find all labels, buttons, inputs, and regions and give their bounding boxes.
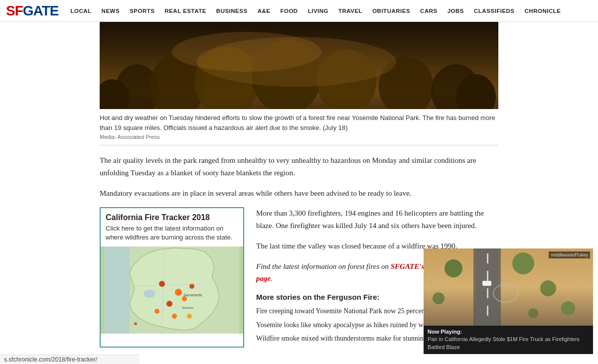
svg-point-40 (528, 308, 538, 318)
para5-suffix: . (271, 274, 273, 282)
video-source-badge: middleeasiofTukey (549, 251, 590, 258)
video-widget[interactable]: middleeasiofTukey Now Playing: Pair in C… (424, 248, 593, 354)
svg-point-39 (561, 301, 575, 315)
video-caption-bar: Now Playing: Pair in California Allegedl… (424, 326, 593, 354)
nav-travel[interactable]: TRAVEL (333, 0, 367, 22)
svg-point-38 (433, 292, 445, 304)
svg-text:Stockton: Stockton (182, 306, 193, 309)
svg-point-22 (189, 284, 194, 289)
site-logo[interactable]: SFGATE (6, 3, 58, 19)
para5-prefix: Find the latest information on forest fi… (256, 262, 391, 270)
nav-local[interactable]: LOCAL (65, 0, 96, 22)
nav-food[interactable]: FOOD (275, 0, 302, 22)
svg-point-35 (445, 259, 462, 277)
fire-tracker-widget[interactable]: California Fire Tracker 2018 Click here … (100, 207, 244, 348)
article-bullet-list (100, 356, 498, 364)
nav-cars[interactable]: CARS (415, 0, 443, 22)
browser-status-bar: s.sfchronicle.com/2018/fire-tracker/ (0, 355, 140, 364)
svg-point-18 (159, 281, 165, 287)
svg-text:Sacramento: Sacramento (183, 293, 202, 297)
caption-media: Media: Associated Press (100, 134, 498, 140)
svg-point-21 (154, 309, 159, 314)
nav-classifieds[interactable]: CLASSIFIEDS (469, 0, 520, 22)
fire-tracker-map: Sacramento Stockton (101, 246, 243, 334)
svg-point-37 (540, 280, 556, 296)
now-playing-label: Now Playing: (428, 329, 589, 335)
nav-real-estate[interactable]: REAL ESTATE (159, 0, 211, 22)
logo-sf: SF (6, 3, 23, 18)
svg-rect-34 (487, 306, 488, 316)
svg-rect-41 (482, 281, 491, 286)
hero-image (100, 22, 498, 109)
article-para-3: More than 3,300 firefighters, 194 engine… (256, 207, 498, 232)
caption-text: Hot and dry weather on Tuesday hindered … (100, 113, 498, 132)
california-map-svg: Sacramento Stockton (101, 246, 243, 334)
logo-gate: GATE (23, 3, 59, 18)
svg-point-11 (172, 32, 321, 72)
navigation: SFGATE LOCAL NEWS SPORTS REAL ESTATE BUS… (0, 0, 598, 22)
svg-point-14 (144, 290, 155, 298)
nav-chronicle[interactable]: CHRONICLE (520, 0, 566, 22)
svg-point-23 (172, 314, 177, 319)
nav-sports[interactable]: SPORTS (125, 0, 159, 22)
hero-svg (100, 22, 498, 109)
svg-rect-31 (487, 253, 488, 263)
nav-links: LOCAL NEWS SPORTS REAL ESTATE BUSINESS A… (65, 0, 566, 22)
now-playing-text: Now Playing: (428, 329, 462, 335)
fire-tracker-description: Click here to get the latest information… (101, 224, 243, 246)
svg-rect-13 (105, 246, 130, 334)
nav-ae[interactable]: A&E (253, 0, 276, 22)
nav-jobs[interactable]: JOBS (443, 0, 469, 22)
video-thumb-svg (424, 248, 593, 326)
svg-rect-32 (487, 271, 488, 281)
article-para-1: The air quality levels in the park range… (100, 154, 498, 179)
nav-obituaries[interactable]: OBITUARIES (367, 0, 415, 22)
bullet-item-1 (109, 356, 498, 364)
video-title-text: Pair in California Allegedly Stole $1M F… (428, 336, 589, 351)
svg-point-24 (187, 314, 192, 319)
svg-point-17 (175, 289, 182, 296)
svg-point-19 (166, 301, 172, 307)
nav-living[interactable]: LIVING (303, 0, 333, 22)
article-para-2: Mandatory evacuations are in place in se… (100, 187, 498, 200)
nav-business[interactable]: BUSINESS (211, 0, 253, 22)
svg-point-25 (134, 322, 137, 325)
image-caption-block: Hot and dry weather on Tuesday hindered … (100, 109, 498, 145)
video-thumbnail: middleeasiofTukey (424, 248, 593, 326)
svg-point-20 (182, 296, 187, 301)
svg-point-36 (512, 252, 534, 274)
fire-tracker-title: California Fire Tracker 2018 (101, 208, 243, 224)
nav-news[interactable]: NEWS (97, 0, 125, 22)
svg-rect-33 (487, 288, 488, 298)
